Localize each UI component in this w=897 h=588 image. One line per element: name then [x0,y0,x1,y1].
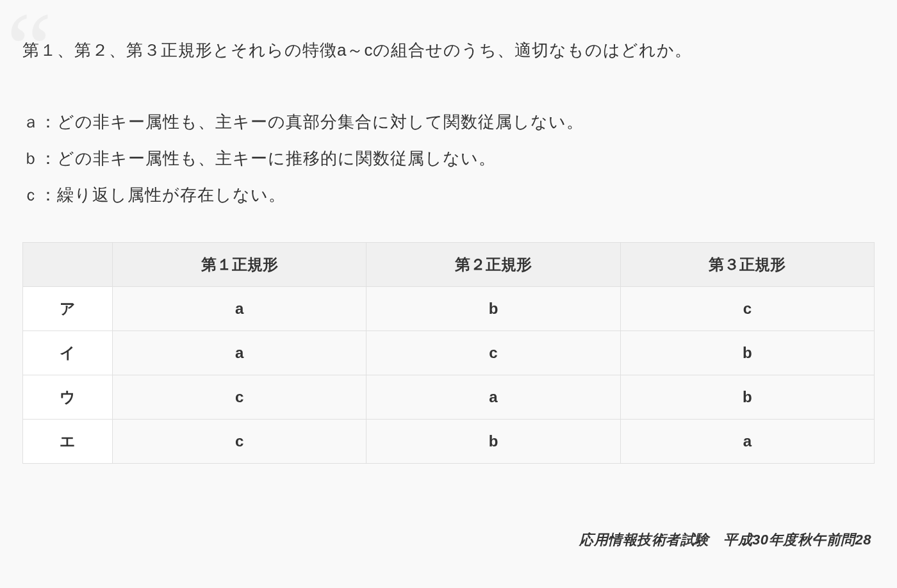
row-e-cell-2: b [366,420,620,464]
row-e-cell-3: a [620,420,874,464]
row-label-i: イ [23,331,113,375]
row-u-cell-3: b [620,375,874,420]
row-u-cell-2: a [366,375,620,420]
table-header-blank [23,243,113,287]
answer-table: 第１正規形 第２正規形 第３正規形 ア a b c イ a c b ウ c a [22,242,875,464]
table-header-3nf: 第３正規形 [620,243,874,287]
row-label-a: ア [23,287,113,331]
table-header-row: 第１正規形 第２正規形 第３正規形 [23,243,875,287]
main-content: 第１、第２、第３正規形とそれらの特徴a～cの組合せのうち、適切なものはどれか。 … [22,35,875,464]
row-i-cell-1: a [113,331,366,375]
table-row: エ c b a [23,420,875,464]
row-e-cell-1: c [113,420,366,464]
table-row: イ a c b [23,331,875,375]
table-header-1nf: 第１正規形 [113,243,366,287]
row-a-cell-1: a [113,287,366,331]
definition-c: ｃ：繰り返し属性が存在しない。 [22,177,875,213]
row-a-cell-3: c [620,287,874,331]
table-header-2nf: 第２正規形 [366,243,620,287]
row-a-cell-2: b [366,287,620,331]
table-row: ア a b c [23,287,875,331]
row-label-e: エ [23,420,113,464]
row-label-u: ウ [23,375,113,420]
row-u-cell-1: c [113,375,366,420]
citation-text: 応用情報技術者試験 平成30年度秋午前問28 [579,530,871,550]
definitions-block: ａ：どの非キー属性も、主キーの真部分集合に対して関数従属しない。 ｂ：どの非キー… [22,104,875,214]
table-row: ウ c a b [23,375,875,420]
question-text: 第１、第２、第３正規形とそれらの特徴a～cの組合せのうち、適切なものはどれか。 [22,35,875,65]
definition-a: ａ：どの非キー属性も、主キーの真部分集合に対して関数従属しない。 [22,104,875,140]
definition-b: ｂ：どの非キー属性も、主キーに推移的に関数従属しない。 [22,140,875,177]
row-i-cell-3: b [620,331,874,375]
row-i-cell-2: c [366,331,620,375]
